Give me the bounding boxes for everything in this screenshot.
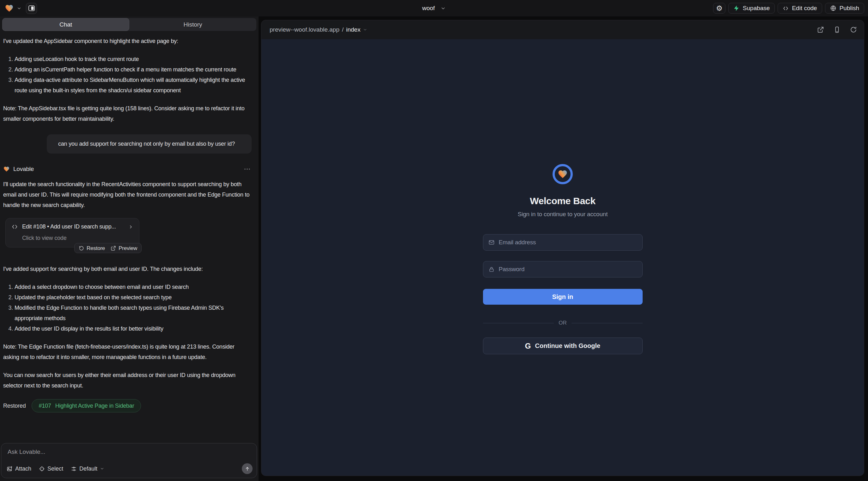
assistant-note: Note: The AppSidebar.tsx file is getting… xyxy=(3,103,252,124)
email-input[interactable] xyxy=(499,239,637,246)
lovable-heart-icon xyxy=(4,4,14,13)
model-selector[interactable]: Default xyxy=(71,466,104,472)
password-input[interactable] xyxy=(499,266,637,273)
preview-button[interactable]: Preview xyxy=(111,243,137,253)
edit-card-toolbar: Restore Preview xyxy=(74,243,142,253)
supabase-label: Supabase xyxy=(743,5,770,12)
chevron-down-icon xyxy=(17,6,22,11)
chevron-down-icon xyxy=(441,6,446,11)
list-item: Modified the Edge Function to handle bot… xyxy=(14,303,252,324)
edit-code-label: Edit code xyxy=(792,5,817,12)
app-preview-viewport: Welcome Back Sign in to continue to your… xyxy=(261,39,864,476)
assistant-list: Adding useLocation hook to track the cur… xyxy=(3,54,252,96)
project-switcher[interactable]: woof xyxy=(422,0,446,17)
assistant-paragraph: I'll update the search functionality in … xyxy=(3,179,252,211)
code-icon xyxy=(11,223,18,230)
preview-page: index xyxy=(346,26,360,33)
chat-history-tabs: Chat History xyxy=(2,18,256,31)
google-button-label: Continue with Google xyxy=(535,342,600,350)
password-field[interactable] xyxy=(483,261,643,278)
user-message-bubble: can you add support for searching not on… xyxy=(47,134,252,154)
toggle-sidebar-button[interactable] xyxy=(26,3,37,14)
lovable-heart-icon xyxy=(3,166,10,172)
google-g-icon: G xyxy=(525,342,531,350)
restored-version-badge[interactable]: #107 Highlight Active Page in Sidebar xyxy=(32,399,141,412)
list-item: Updated the placeholder text based on th… xyxy=(14,292,252,303)
assistant-paragraph: I've added support for searching by both… xyxy=(3,264,252,274)
preview-url: preview--woof.lovable.app xyxy=(270,26,340,33)
sign-in-button[interactable]: Sign in xyxy=(483,289,643,304)
tab-history[interactable]: History xyxy=(129,18,256,31)
gear-icon: ⚙ xyxy=(716,5,722,12)
assistant-list: Added a select dropdown to choose betwee… xyxy=(3,282,252,334)
restore-button[interactable]: Restore xyxy=(79,243,105,253)
or-divider: OR xyxy=(483,320,643,326)
settings-button[interactable]: ⚙ xyxy=(713,3,725,13)
supabase-button[interactable]: Supabase xyxy=(728,3,775,13)
chevron-right-icon xyxy=(128,224,133,229)
select-element-button[interactable]: Select xyxy=(39,466,63,472)
page-subtitle: Sign in to continue to your account xyxy=(518,211,608,218)
lovable-logo-menu[interactable] xyxy=(4,4,22,13)
preview-header: preview--woof.lovable.app / index xyxy=(261,20,864,39)
assistant-name: Lovable xyxy=(13,164,34,174)
list-item: Adding data-active attribute to SidebarM… xyxy=(14,75,252,96)
edit-title: Edit #108 • Add user ID search supp... xyxy=(22,222,116,232)
chat-input[interactable] xyxy=(8,448,250,455)
tab-chat[interactable]: Chat xyxy=(2,18,129,31)
chat-panel: Chat History I've updated the AppSidebar… xyxy=(0,17,258,481)
list-item: Adding an isCurrentPath helper function … xyxy=(14,64,252,75)
assistant-note: Note: The Edge Function file (fetch-fire… xyxy=(3,342,252,362)
assistant-paragraph: I've updated the AppSidebar component to… xyxy=(3,36,252,46)
publish-button[interactable]: Publish xyxy=(825,3,864,13)
list-item: Adding useLocation hook to track the cur… xyxy=(14,54,252,64)
edit-code-button[interactable]: Edit code xyxy=(778,3,822,13)
mobile-view-icon[interactable] xyxy=(834,26,840,33)
code-icon xyxy=(783,5,789,11)
chevron-down-icon xyxy=(363,28,367,32)
lock-icon xyxy=(488,266,495,272)
edit-subtitle: Click to view code xyxy=(22,233,133,243)
publish-label: Publish xyxy=(840,5,859,12)
restored-row: Restored #107 Highlight Active Page in S… xyxy=(3,399,252,412)
page-title: Welcome Back xyxy=(530,196,595,206)
restored-label: Restored xyxy=(3,401,26,411)
preview-url-selector[interactable]: preview--woof.lovable.app / index xyxy=(270,26,367,33)
open-in-new-tab-icon[interactable] xyxy=(817,26,824,33)
globe-icon xyxy=(830,5,836,11)
edit-card-wrapper: Edit #108 • Add user ID search supp... C… xyxy=(5,218,140,248)
chat-messages[interactable]: I've updated the AppSidebar component to… xyxy=(0,31,258,442)
assistant-paragraph: You can now search for users by either t… xyxy=(3,370,252,391)
app-logo xyxy=(553,164,573,184)
continue-with-google-button[interactable]: G Continue with Google xyxy=(483,338,643,354)
chat-composer[interactable]: Attach Select Default xyxy=(1,443,257,478)
list-item: Added the user ID display in the results… xyxy=(14,324,252,334)
assistant-header: Lovable xyxy=(3,164,252,174)
refresh-icon[interactable] xyxy=(850,26,857,33)
sidebar-panel-icon xyxy=(28,5,35,11)
project-name: woof xyxy=(422,5,435,12)
email-field[interactable] xyxy=(483,234,643,251)
auth-card: Welcome Back Sign in to continue to your… xyxy=(483,164,643,354)
attach-button[interactable]: Attach xyxy=(7,466,31,472)
or-label: OR xyxy=(559,320,567,326)
list-item: Added a select dropdown to choose betwee… xyxy=(14,282,252,292)
heart-icon xyxy=(557,169,568,179)
version-title: Highlight Active Page in Sidebar xyxy=(55,401,134,411)
mail-icon xyxy=(488,239,495,246)
send-button[interactable] xyxy=(242,463,253,474)
more-options-icon[interactable] xyxy=(244,168,250,170)
preview-panel: preview--woof.lovable.app / index We xyxy=(261,20,864,476)
version-number: #107 xyxy=(38,401,51,411)
supabase-bolt-icon xyxy=(733,5,740,11)
divider-line xyxy=(571,323,643,323)
top-bar: woof ⚙ Supabase Edit code Publish xyxy=(0,0,868,17)
divider-line xyxy=(483,323,554,323)
